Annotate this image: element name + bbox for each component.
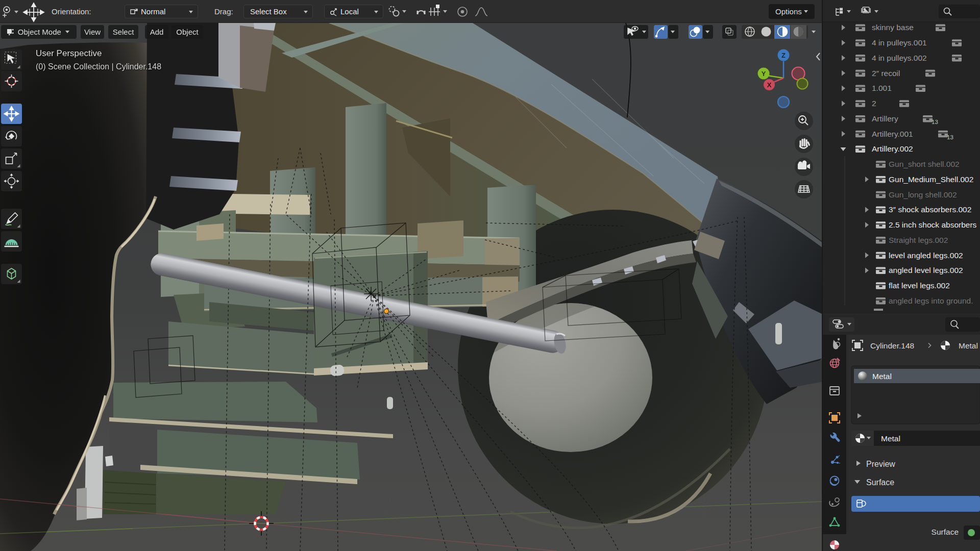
svg-text:Metal: Metal [959,341,978,350]
svg-text:Metal: Metal [872,372,892,381]
svg-text:X: X [767,81,772,89]
svg-text:level angled legs.002: level angled legs.002 [889,251,963,260]
svg-text:Z: Z [781,52,786,59]
svg-text:Preview: Preview [866,460,895,468]
svg-text:13: 13 [932,119,938,125]
svg-text:4 in pulleys.002: 4 in pulleys.002 [872,54,927,62]
svg-text:2″ recoil: 2″ recoil [872,69,900,78]
svg-text:1.001: 1.001 [872,84,892,92]
svg-text:angled level legs.002: angled level legs.002 [889,266,963,274]
svg-text:4 in pulleys.001: 4 in pulleys.001 [872,38,927,47]
svg-text:Artillery.002: Artillery.002 [872,144,913,153]
svg-text:angled legs into ground.: angled legs into ground. [889,296,973,305]
svg-text:2.5 inch shock absorbers: 2.5 inch shock absorbers [889,220,977,229]
svg-text:Cylinder.148: Cylinder.148 [870,341,914,350]
svg-text:Surface: Surface [932,528,959,536]
svg-text:Gun_short shell.002: Gun_short shell.002 [889,160,960,168]
svg-text:Gun_Medium_Shell.002: Gun_Medium_Shell.002 [889,175,973,184]
svg-text:Artillery: Artillery [872,114,898,123]
svg-text:skinny base: skinny base [872,23,914,32]
svg-text:Artillery.001: Artillery.001 [872,130,913,138]
svg-text:Y: Y [762,70,766,78]
svg-text:2: 2 [872,99,876,108]
svg-text:Metal: Metal [881,434,900,443]
svg-text:13: 13 [947,134,953,140]
svg-text:flat level legs.002: flat level legs.002 [889,281,950,290]
svg-text:3″ shock absorbers.002: 3″ shock absorbers.002 [889,205,971,214]
svg-text:Gun_long shell.002: Gun_long shell.002 [889,190,957,199]
svg-text:Surface: Surface [866,478,894,487]
svg-text:Straight legs.002: Straight legs.002 [889,236,948,244]
